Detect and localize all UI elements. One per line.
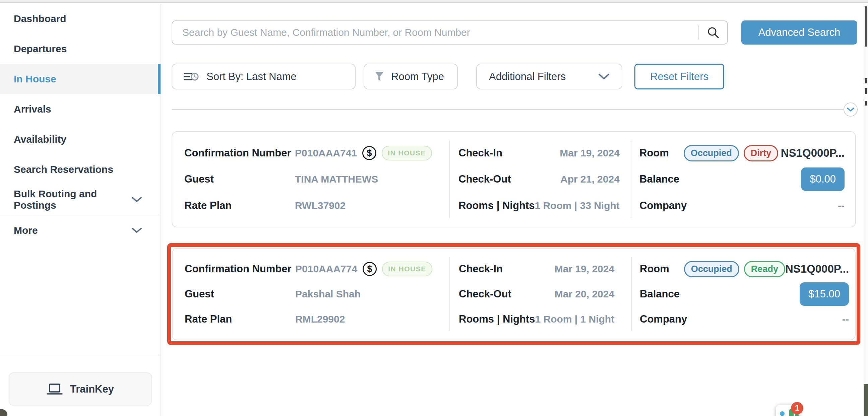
checkout-label: Check-Out — [459, 173, 511, 185]
room-label: Room — [640, 263, 669, 275]
checkout-label: Check-Out — [459, 288, 512, 300]
collapse-toggle-button[interactable] — [843, 102, 858, 117]
room-number: NS1Q000P... — [781, 147, 844, 159]
company-value: -- — [838, 200, 844, 211]
rate-plan-label: Rate Plan — [184, 200, 295, 212]
sidebar-item-label: Departures — [14, 43, 67, 55]
notification-badge: 1 — [791, 402, 803, 414]
card-column-divider — [631, 141, 631, 218]
rate-plan-value: RWL37902 — [295, 200, 345, 211]
reset-filters-button[interactable]: Reset Filters — [634, 64, 724, 89]
additional-filters-button[interactable]: Additional Filters — [476, 64, 622, 89]
company-label: Company — [640, 313, 687, 325]
chevron-down-icon — [131, 197, 142, 203]
dollar-sign-icon[interactable]: $ — [363, 262, 377, 276]
search-input[interactable] — [172, 27, 699, 38]
sidebar-item-more[interactable]: More — [0, 215, 160, 246]
section-divider — [172, 109, 844, 110]
search-icon — [707, 26, 719, 39]
highlight-frame: Confirmation Number P010AAA774 $ IN HOUS… — [167, 243, 860, 345]
slack-icon[interactable]: 1 — [776, 405, 799, 416]
room-status-badges: Occupied Ready — [684, 261, 785, 277]
card-guest-column: Confirmation Number P010AAA774 $ IN HOUS… — [173, 249, 450, 340]
sidebar-item-in-house[interactable]: In House — [0, 64, 160, 94]
status-badge: IN HOUSE — [382, 262, 432, 276]
guest-value: TINA MATTHEWS — [295, 173, 378, 185]
chevron-down-icon — [131, 227, 142, 233]
card-dates-column: Check-In Mar 19, 2024 Check-Out Mar 20, … — [450, 249, 631, 340]
occupancy-badge: Occupied — [684, 261, 739, 277]
rooms-nights-label: Rooms | Nights — [459, 200, 534, 212]
rate-plan-value: RML29902 — [295, 314, 345, 325]
trainkey-label: TrainKey — [70, 383, 114, 395]
sort-by-button[interactable]: Sort By: Last Name — [172, 64, 355, 89]
laptop-icon — [46, 383, 63, 395]
rate-plan-label: Rate Plan — [185, 313, 295, 325]
trainkey-button[interactable]: TrainKey — [9, 373, 152, 406]
sidebar-item-dashboard[interactable]: Dashboard — [0, 4, 160, 34]
clipped-content-artifact — [864, 384, 868, 416]
sort-by-label: Sort By: Last Name — [207, 71, 297, 83]
sort-icon — [184, 70, 199, 83]
window-top-strip — [0, 0, 868, 3]
room-type-label: Room Type — [391, 71, 444, 83]
clipped-content-artifact — [865, 101, 867, 105]
guest-value: Pakshal Shah — [295, 288, 361, 300]
checkin-label: Check-In — [459, 147, 502, 159]
chevron-down-icon — [598, 73, 610, 80]
rooms-nights-value: 1 Room | 33 Night — [534, 200, 619, 211]
room-type-button[interactable]: Room Type — [364, 64, 458, 89]
card-column-divider — [450, 257, 450, 331]
card-guest-column: Confirmation Number P010AAA741 $ IN HOUS… — [172, 132, 449, 227]
checkin-value: Mar 19, 2024 — [560, 148, 619, 159]
card-column-divider — [631, 257, 632, 331]
checkin-value: Mar 19, 2024 — [555, 263, 614, 275]
advanced-search-button[interactable]: Advanced Search — [741, 21, 857, 44]
additional-filters-label: Additional Filters — [489, 71, 566, 83]
balance-button[interactable]: $15.00 — [800, 282, 849, 306]
housekeeping-badge: Dirty — [744, 145, 778, 161]
balance-label: Balance — [640, 173, 679, 185]
active-indicator-bar — [158, 64, 160, 94]
room-number: NS1Q000P... — [785, 263, 849, 275]
company-value: -- — [842, 314, 849, 325]
sidebar-item-availability[interactable]: Availability — [0, 124, 160, 154]
checkout-value: Apr 21, 2024 — [560, 173, 620, 185]
guest-label: Guest — [184, 173, 295, 185]
room-label: Room — [640, 147, 669, 159]
status-badge: IN HOUSE — [382, 146, 432, 160]
sidebar-item-label: Availability — [14, 134, 66, 145]
reservation-card[interactable]: Confirmation Number P010AAA741 $ IN HOUS… — [172, 131, 856, 227]
sidebar-item-label: Bulk Routing and Postings — [14, 188, 131, 211]
sidebar-item-bulk-routing[interactable]: Bulk Routing and Postings — [0, 185, 160, 215]
search-button[interactable] — [699, 21, 727, 44]
card-column-divider — [449, 141, 450, 218]
chevron-down-icon — [847, 107, 854, 112]
sidebar-item-arrivals[interactable]: Arrivals — [0, 94, 160, 124]
rooms-nights-label: Rooms | Nights — [459, 313, 535, 325]
sidebar-item-departures[interactable]: Departures — [0, 34, 160, 64]
sidebar-item-label: Dashboard — [14, 13, 66, 25]
sidebar-item-label: In House — [14, 73, 56, 85]
sidebar-item-search-reservations[interactable]: Search Reservations — [0, 154, 160, 185]
sidebar: Dashboard Departures In House Arrivals A… — [0, 4, 161, 416]
housekeeping-badge: Ready — [744, 261, 785, 277]
scrollbar-thumb[interactable] — [865, 6, 867, 46]
guest-label: Guest — [185, 288, 295, 300]
filter-funnel-icon — [374, 71, 384, 83]
rooms-nights-value: 1 Room | 1 Night — [535, 314, 614, 325]
card-dates-column: Check-In Mar 19, 2024 Check-Out Apr 21, … — [449, 132, 631, 227]
company-label: Company — [640, 200, 687, 212]
corner-artifact — [0, 409, 7, 416]
balance-button[interactable]: $0.00 — [801, 167, 844, 191]
balance-label: Balance — [640, 288, 680, 300]
card-room-column: Room Occupied Ready NS1Q000P... Balance … — [631, 249, 860, 340]
confirmation-value: P010AAA741 — [295, 148, 357, 159]
sidebar-item-label: Arrivals — [14, 103, 51, 115]
confirmation-label: Confirmation Number — [184, 147, 295, 159]
dollar-sign-icon[interactable]: $ — [362, 146, 376, 160]
checkin-label: Check-In — [459, 263, 503, 275]
reservation-card-highlighted[interactable]: Confirmation Number P010AAA774 $ IN HOUS… — [172, 248, 856, 340]
clipped-content-artifact — [865, 88, 867, 94]
sidebar-item-label: More — [14, 225, 38, 236]
